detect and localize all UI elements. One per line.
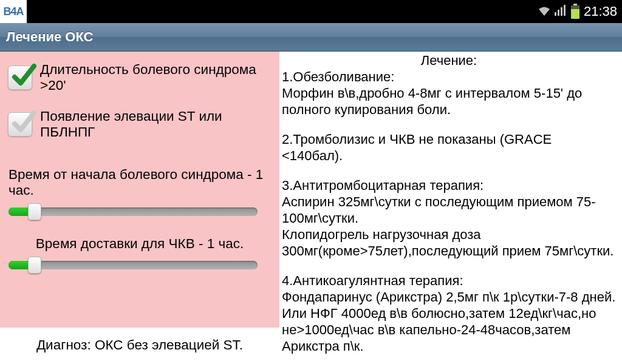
svg-rect-3 bbox=[561, 7, 562, 16]
app-title: Лечение ОКС bbox=[6, 29, 93, 45]
section-3-text-2: Клопидогрель нагрузочная доза 300мг(кром… bbox=[282, 226, 616, 259]
checkbox-pain-duration[interactable] bbox=[6, 64, 34, 92]
checkbox-row-st-elevation[interactable]: Появление элевации ST или ПБЛНПГ bbox=[6, 101, 273, 147]
app-title-bar: Лечение ОКС bbox=[0, 23, 622, 52]
checkbox-label: Длительность болевого синдрома >20' bbox=[40, 62, 273, 93]
treatment-heading: Лечение: bbox=[282, 52, 616, 69]
battery-icon bbox=[570, 4, 580, 19]
svg-rect-4 bbox=[564, 5, 566, 16]
checkbox-row-pain-duration[interactable]: Длительность болевого синдрома >20' bbox=[6, 54, 273, 101]
left-panel: Длительность болевого синдрома >20' Появ… bbox=[0, 52, 279, 364]
svg-rect-1 bbox=[555, 12, 556, 16]
svg-rect-2 bbox=[558, 10, 559, 16]
section-3-text-1: Аспирин 325мг\сутки с последующим приемо… bbox=[282, 194, 616, 226]
section-4-text-2: Или НФГ 4000ед в\в болюсно,затем 12ед\кг… bbox=[282, 305, 616, 354]
svg-rect-7 bbox=[571, 5, 579, 9]
treatment-body: 1.Обезболивание: Морфин в\в,дробно 4-8мг… bbox=[282, 69, 616, 364]
checkbox-label: Появление элевации ST или ПБЛНПГ bbox=[40, 109, 273, 140]
slider-label-delivery: Время доставки для ЧКВ - 1 час. bbox=[6, 236, 273, 252]
diagnosis-text: Диагноз: ОКС без элевацией ST. bbox=[36, 337, 243, 352]
section-1-head: 1.Обезболивание: bbox=[282, 69, 616, 85]
right-panel[interactable]: Лечение: 1.Обезболивание: Морфин в\в,дро… bbox=[279, 52, 622, 364]
checkbox-st-elevation[interactable] bbox=[6, 110, 34, 138]
section-2-text: 2.Тромболизис и ЧКВ не показаны (GRACE <… bbox=[282, 131, 616, 164]
svg-rect-5 bbox=[573, 4, 577, 5]
android-status-bar: B4A 21:38 bbox=[0, 0, 622, 23]
slider-onset-time[interactable] bbox=[9, 204, 258, 219]
slider-delivery-time[interactable] bbox=[9, 258, 258, 272]
section-4-text-1: Фондапаринус (Арикстра) 2,5мг п\к 1р\сут… bbox=[282, 289, 616, 305]
app-logo-icon bbox=[27, 0, 53, 23]
b4a-badge: B4A bbox=[0, 0, 27, 23]
signal-icon bbox=[555, 5, 567, 18]
svg-point-0 bbox=[31, 8, 49, 15]
section-3-head: 3.Антитромбоцитарная терапия: bbox=[282, 177, 616, 194]
diagnosis-bar: Диагноз: ОКС без элевацией ST. bbox=[0, 328, 279, 364]
section-4-head: 4.Антикоагулянтная терапия: bbox=[282, 272, 616, 289]
slider-label-onset: Время от начала болевого синдрома - 1 ча… bbox=[6, 167, 273, 198]
clock-text: 21:38 bbox=[584, 4, 617, 19]
app-body: Длительность болевого синдрома >20' Появ… bbox=[0, 52, 622, 364]
section-1-text: Морфин в\в,дробно 4-8мг с интервалом 5-1… bbox=[282, 85, 616, 118]
wifi-icon bbox=[538, 6, 551, 17]
